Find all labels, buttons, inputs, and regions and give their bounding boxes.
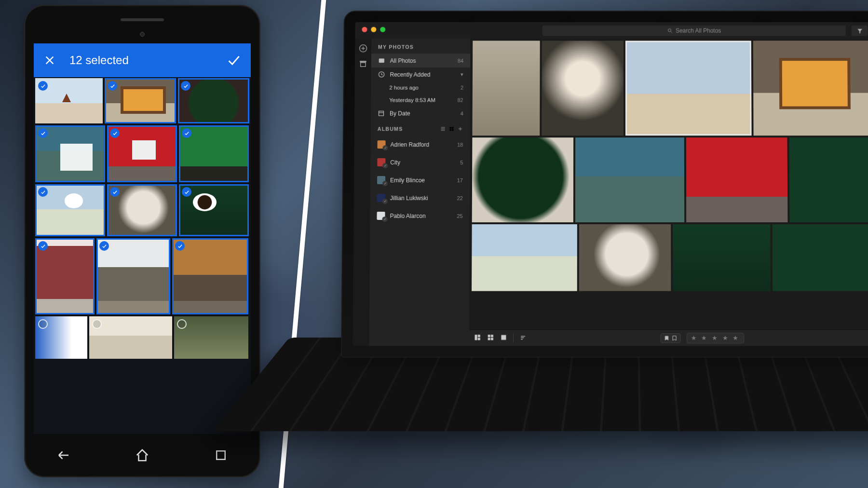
view-grid-icon[interactable] [449, 126, 455, 132]
section-myphotos-header: MY PHOTOS [371, 39, 470, 54]
section-albums-label: ALBUMS [378, 126, 403, 132]
close-window-icon[interactable] [362, 27, 367, 32]
nav-recently-added-label: Recently Added [390, 71, 430, 78]
gallery-bottom-bar: ★ ★ ★ ★ ★ [469, 329, 868, 346]
minimize-window-icon[interactable] [371, 27, 376, 32]
sort-icon[interactable] [519, 334, 527, 342]
nav-back-icon[interactable] [56, 448, 71, 464]
green-edge-2[interactable] [772, 224, 868, 291]
portrait-bw[interactable] [579, 224, 671, 291]
svg-rect-11 [452, 129, 454, 131]
nav-recent-item[interactable]: Yesterday 8:53 AM82 [371, 94, 470, 107]
mobile-topbar: 12 selected [34, 43, 251, 77]
svg-rect-13 [478, 335, 480, 337]
phone-camera-dot [140, 32, 145, 37]
album-name: Emily Blincoe [390, 177, 425, 184]
nav-by-date-count: 4 [457, 110, 463, 116]
red-wall[interactable] [107, 125, 177, 182]
pink-door[interactable] [35, 238, 95, 314]
view-single-icon[interactable] [500, 334, 507, 342]
street-trees[interactable] [96, 238, 170, 314]
food-photo[interactable] [472, 137, 573, 222]
album-adrien-radford[interactable]: Adrien Radford18 [370, 136, 470, 153]
blue-mural[interactable] [35, 316, 87, 359]
window-traffic-lights[interactable] [362, 27, 385, 32]
chevron-down-icon: ▾ [457, 71, 463, 78]
section-albums-header: ALBUMS [371, 120, 470, 136]
nav-by-date[interactable]: By Date 4 [371, 106, 470, 120]
sync-badge-icon [382, 217, 387, 222]
album-city[interactable]: City5 [370, 153, 470, 171]
album-jillian-lukiwski[interactable]: Jillian Lukiwski22 [370, 189, 470, 207]
nav-all-photos-count: 84 [454, 58, 463, 64]
food-photo[interactable] [178, 78, 249, 123]
tv-bench-photo[interactable] [105, 78, 176, 123]
laptop-lid: Search All Photos MY PHOTOS [341, 11, 868, 358]
sidebar: MY PHOTOS All Photos 84 Recently Added ▾ [369, 39, 471, 346]
album-pablo-alarcon[interactable]: Pablo Alarcon25 [370, 207, 469, 225]
svg-rect-7 [379, 111, 384, 116]
nav-home-icon[interactable] [135, 448, 149, 464]
svg-point-1 [668, 29, 671, 32]
album-name: Pablo Alarcon [390, 213, 425, 219]
autumn-street[interactable] [172, 238, 248, 314]
android-navbar [24, 446, 260, 467]
add-album-icon[interactable] [458, 126, 463, 132]
bedroom[interactable] [89, 316, 172, 359]
album-name: City [390, 159, 400, 166]
bench-photo[interactable] [753, 41, 868, 136]
jumper-photo[interactable] [625, 41, 752, 136]
svg-rect-0 [217, 451, 226, 460]
nav-recent-icon[interactable] [214, 448, 228, 464]
zoom-window-icon[interactable] [380, 27, 385, 32]
woman-portrait[interactable] [542, 41, 624, 136]
svg-rect-15 [488, 335, 490, 337]
search-placeholder: Search All Photos [676, 27, 721, 34]
svg-rect-10 [450, 129, 452, 131]
search-input[interactable]: Search All Photos [542, 26, 846, 36]
green-room[interactable] [179, 125, 249, 182]
blue-house[interactable] [35, 125, 105, 182]
svg-rect-4 [361, 63, 366, 67]
flag-controls[interactable] [660, 333, 680, 343]
red-wall[interactable] [686, 137, 788, 222]
sync-badge-icon [382, 145, 388, 150]
cotton-hand[interactable] [35, 184, 105, 236]
flag-pick-icon[interactable] [664, 335, 669, 341]
filter-button[interactable] [852, 26, 868, 36]
flag-reject-icon[interactable] [671, 335, 677, 341]
view-list-icon[interactable] [440, 126, 446, 132]
add-icon[interactable] [359, 44, 367, 53]
album-count: 18 [457, 142, 463, 148]
image-icon [378, 57, 385, 64]
photo-gallery: ★ ★ ★ ★ ★ [469, 39, 868, 346]
view-mosaic-icon[interactable] [474, 334, 481, 342]
man-portrait[interactable] [472, 41, 540, 136]
svg-rect-8 [450, 127, 452, 128]
green-edge[interactable] [789, 137, 868, 222]
album-count: 22 [457, 195, 463, 201]
album-count: 5 [460, 160, 463, 165]
blue-house[interactable] [575, 137, 684, 222]
star-rating[interactable]: ★ ★ ★ ★ ★ [686, 333, 744, 343]
flowers-field[interactable] [174, 316, 248, 359]
close-icon[interactable] [44, 55, 55, 66]
svg-rect-12 [475, 335, 477, 340]
jumper-photo[interactable] [35, 78, 103, 123]
nav-all-photos[interactable]: All Photos 84 [371, 54, 470, 68]
album-emily-blincoe[interactable]: Emily Blincoe17 [370, 171, 470, 189]
svg-rect-16 [491, 335, 493, 337]
coffee-berries[interactable] [673, 224, 771, 291]
confirm-check-icon[interactable] [227, 54, 240, 67]
cotton-hand[interactable] [472, 224, 577, 291]
sync-badge-icon [382, 199, 388, 204]
nav-recent-item[interactable]: 2 hours ago2 [371, 81, 470, 94]
portrait-bw[interactable] [107, 184, 177, 236]
view-square-grid-icon[interactable] [487, 334, 494, 342]
archive-icon[interactable] [359, 59, 367, 68]
phone-screen: 12 selected [34, 43, 251, 434]
coffee-berries[interactable] [179, 184, 249, 236]
phone-device: 12 selected [24, 5, 260, 477]
nav-recently-added[interactable]: Recently Added ▾ [371, 68, 470, 81]
svg-rect-14 [478, 338, 480, 340]
